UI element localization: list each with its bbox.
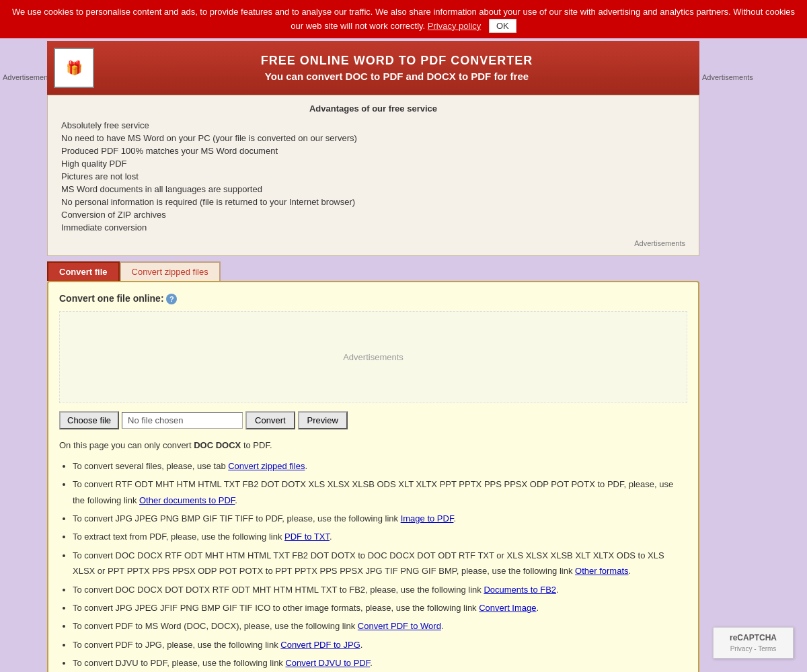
info-link[interactable]: Image to PDF (401, 513, 454, 523)
file-name-display: No file chosen (122, 412, 243, 429)
main-content: 🎁 FREE ONLINE WORD TO PDF CONVERTER You … (47, 38, 699, 673)
convert-panel: Convert one file online: ? Advertisement… (47, 281, 699, 673)
advantages-list: Absolutely free serviceNo need to have M… (61, 119, 685, 234)
sidebar-left-label: Advertisements (3, 73, 54, 81)
info-link[interactable]: Convert Image (479, 603, 536, 613)
info-link[interactable]: Other formats (575, 566, 628, 576)
info-link-item: To convert JPG JPEG PNG BMP GIF TIF TIFF… (73, 511, 687, 526)
info-link-text: To convert JPG JPEG PNG BMP GIF TIF TIFF… (73, 513, 401, 523)
sidebar-right-label: Advertisements (702, 73, 753, 81)
ads-label: Advertisements (343, 352, 404, 362)
advantage-item: Absolutely free service (61, 119, 685, 132)
header: 🎁 FREE ONLINE WORD TO PDF CONVERTER You … (47, 41, 699, 95)
info-link-item: To convert PDF to JPG, please, use the f… (73, 637, 687, 653)
tabs-row: Convert file Convert zipped files (47, 261, 699, 281)
convert-info: On this page you can only convert DOC DO… (59, 437, 687, 673)
info-link-item: To convert PDF to MS Word (DOC, DOCX), p… (73, 618, 687, 634)
cookie-text: We use cookies to personalise content an… (12, 7, 795, 31)
advantages-ads: Advertisements (61, 239, 685, 247)
info-text: On this page you can only convert (59, 440, 192, 450)
info-link-text: To convert several files, please, use ta… (73, 461, 228, 471)
help-icon[interactable]: ? (166, 294, 177, 304)
info-link-item: To convert DOC DOCX DOT DOTX RTF ODT MHT… (73, 582, 687, 597)
info-link[interactable]: Convert PDF to Word (358, 621, 441, 631)
info-link-item: To convert JPG JPEG JFIF PNG BMP GIF TIF… (73, 600, 687, 616)
info-link-text: To convert DOC DOCX DOT DOTX RTF ODT MHT… (73, 585, 484, 595)
advantage-item: No personal information is required (fil… (61, 196, 685, 208)
advantage-item: Conversion of ZIP archives (61, 208, 685, 221)
info-link-text: To convert DJVU to PDF, please, use the … (73, 658, 285, 668)
convert-panel-title-text: Convert one file online: (59, 293, 164, 304)
advantages-title: Advantages of our free service (61, 103, 685, 114)
advantage-item: High quality PDF (61, 157, 685, 170)
header-title: FREE ONLINE WORD TO PDF CONVERTER (101, 54, 693, 68)
advantage-item: MS Word documents in all languages are s… (61, 183, 685, 196)
advantage-item: Pictures are not lost (61, 170, 685, 183)
info-links-list: To convert several files, please, use ta… (59, 458, 687, 672)
recaptcha-label: reCAPTCHA (722, 633, 785, 642)
header-subtitle: You can convert DOC to PDF and DOCX to P… (101, 71, 693, 82)
info-link-text: To convert PDF to JPG, please, use the f… (73, 640, 280, 650)
info-suffix: to PDF. (243, 440, 272, 450)
privacy-policy-link[interactable]: Privacy policy (428, 21, 481, 31)
advantage-item: Produced PDF 100% matches your MS Word d… (61, 144, 685, 157)
advantages-box: Advantages of our free service Absolutel… (47, 95, 699, 256)
info-link[interactable]: Convert PDF to JPG (280, 640, 360, 650)
info-link-item: To convert RTF ODT MHT HTM HTML TXT FB2 … (73, 476, 687, 508)
info-link-text: To extract text from PDF, please, use th… (73, 532, 284, 542)
info-link[interactable]: Convert zipped files (228, 461, 305, 471)
tab-convert-zipped[interactable]: Convert zipped files (120, 261, 221, 281)
info-link[interactable]: Convert DJVU to PDF (285, 658, 370, 668)
info-link-item: To convert DJVU to PDF, please, use the … (73, 655, 687, 671)
preview-button[interactable]: Preview (298, 411, 348, 429)
info-link[interactable]: Other documents to PDF (139, 495, 235, 505)
advantage-item: Immediate conversion (61, 221, 685, 234)
info-link-text: To convert JPG JPEG JFIF PNG BMP GIF TIF… (73, 603, 479, 613)
cookie-ok-button[interactable]: OK (489, 19, 516, 33)
convert-button[interactable]: Convert (245, 411, 295, 429)
choose-file-button[interactable]: Choose file (59, 411, 119, 429)
recaptcha-sub: Privacy - Terms (722, 645, 785, 653)
sidebar-right: Advertisements (699, 38, 807, 673)
info-link-item: To extract text from PDF, please, use th… (73, 529, 687, 544)
sidebar-left: Advertisements (0, 38, 47, 673)
info-link[interactable]: Documents to FB2 (484, 585, 556, 595)
info-link-text: To convert PDF to MS Word (DOC, DOCX), p… (73, 621, 358, 631)
info-formats: DOC DOCX (194, 440, 241, 450)
advantage-item: No need to have MS Word on your PC (your… (61, 132, 685, 144)
convert-panel-title: Convert one file online: ? (59, 293, 687, 304)
info-link[interactable]: PDF to TXT (284, 532, 330, 542)
recaptcha-box: reCAPTCHA Privacy - Terms (713, 627, 794, 659)
cookie-bar: We use cookies to personalise content an… (0, 0, 807, 38)
file-upload-row: Choose file No file chosen Convert Previ… (59, 411, 687, 429)
info-link-item: To convert DOC DOCX RTF ODT MHT HTM HTML… (73, 548, 687, 579)
tab-convert-file[interactable]: Convert file (47, 261, 120, 281)
logo-icon: 🎁 (66, 60, 83, 76)
info-link-item: To convert several files, please, use ta… (73, 458, 687, 474)
logo: 🎁 (54, 48, 94, 88)
ads-area: Advertisements (59, 311, 687, 403)
header-text-block: FREE ONLINE WORD TO PDF CONVERTER You ca… (101, 54, 693, 82)
